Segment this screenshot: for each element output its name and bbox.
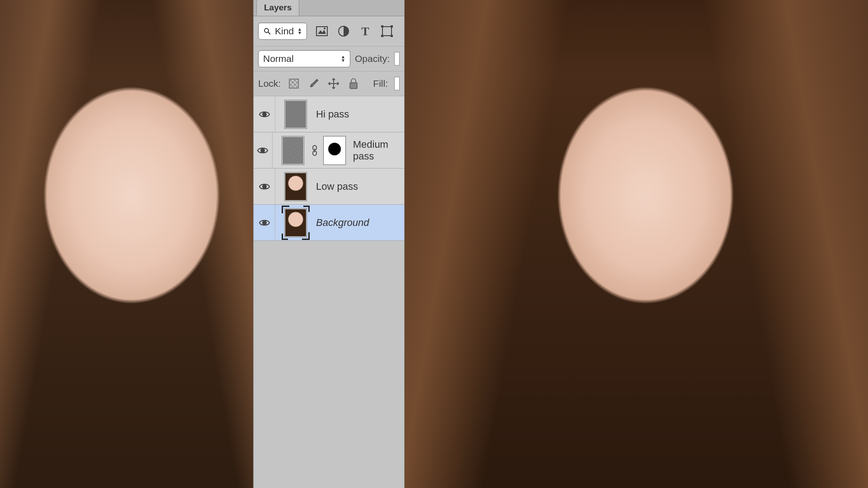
document-after-image [405,0,868,488]
visibility-toggle[interactable] [254,96,275,132]
panel-tabbar: Layers [254,0,404,16]
svg-rect-20 [296,86,298,88]
svg-rect-11 [391,35,393,37]
layer-name[interactable]: Medium pass [353,139,404,162]
blend-row: Normal ▲▼ Opacity: [254,47,404,71]
layer-row-medium-pass[interactable]: Medium pass [254,132,404,169]
filter-adjustment-layers-icon[interactable] [337,24,350,38]
blend-mode-dropdown[interactable]: Normal ▲▼ [258,50,350,67]
thumbnail-image [284,172,307,201]
layer-thumbnails [273,134,353,167]
svg-rect-14 [294,79,296,81]
svg-rect-7 [382,27,392,36]
layer-name[interactable]: Low pass [316,181,358,192]
thumbnail-image [284,100,307,129]
svg-rect-9 [391,25,393,28]
fill-field[interactable] [394,77,400,90]
filter-kind-dropdown[interactable]: Kind ▲▼ [258,23,307,40]
layer-name[interactable]: Hi pass [316,108,349,120]
dropdown-arrows-icon: ▲▼ [297,28,302,35]
svg-rect-19 [292,86,294,88]
layer-thumbnail[interactable] [283,206,309,239]
tab-layers[interactable]: Layers [256,0,299,16]
eye-icon [259,182,270,191]
layer-thumbnails [275,98,316,131]
layer-thumbnails [275,170,316,203]
blend-mode-value: Normal [263,53,294,64]
lock-transparency-icon[interactable] [287,77,301,90]
portrait-render [0,0,253,488]
lock-all-icon[interactable] [347,77,360,90]
visibility-toggle[interactable] [254,205,275,240]
portrait-render [405,0,868,488]
svg-point-24 [263,113,266,116]
svg-point-0 [264,28,269,33]
layer-thumbnails [275,206,316,239]
thumbnail-image [282,136,304,165]
svg-text:T: T [361,25,369,37]
visibility-toggle[interactable] [254,132,273,168]
svg-point-29 [263,185,266,188]
dropdown-arrows-icon: ▲▼ [341,55,345,62]
filter-kind-value: Kind [275,26,294,37]
svg-point-30 [263,221,266,225]
lock-row: Lock: Fill: [254,71,404,96]
layer-mask-link-icon[interactable] [311,145,319,156]
visibility-toggle[interactable] [254,169,275,204]
opacity-label: Opacity: [355,53,390,64]
layer-thumbnail[interactable] [283,98,309,131]
svg-point-25 [261,149,264,152]
svg-rect-18 [294,84,296,86]
svg-rect-23 [350,83,357,89]
layers-panel: Layers Kind ▲▼ T Normal ▲▼ Opacity: [253,0,405,488]
eye-icon [259,218,270,227]
layer-row-low-pass[interactable]: Low pass [254,169,404,205]
filter-shape-layers-icon[interactable] [380,24,394,38]
svg-rect-8 [381,25,383,28]
eye-icon [257,146,269,155]
lock-pixels-brush-icon[interactable] [307,77,321,90]
opacity-field[interactable] [394,52,400,66]
fill-label: Fill: [373,78,388,89]
layer-thumbnail[interactable] [283,170,309,203]
svg-rect-2 [316,27,327,36]
document-before-image [0,0,253,488]
lock-position-move-icon[interactable] [327,77,340,90]
svg-rect-17 [289,84,292,86]
svg-point-4 [324,28,326,29]
filter-pixel-layers-icon[interactable] [315,24,329,38]
svg-rect-10 [381,35,383,37]
svg-rect-16 [296,81,298,84]
filter-type-layers-icon[interactable]: T [359,24,372,38]
layer-filter-row: Kind ▲▼ T [254,16,404,47]
svg-marker-3 [318,30,326,34]
layer-row-background[interactable]: Background [254,205,404,241]
layer-mask-thumbnail[interactable] [323,136,346,165]
svg-line-1 [268,32,270,34]
svg-rect-13 [289,79,292,81]
thumbnail-image [284,208,307,237]
layer-thumbnail[interactable] [280,134,306,167]
layer-list: Hi passMedium passLow passBackground [254,96,404,488]
layer-name[interactable]: Background [316,217,369,229]
svg-rect-15 [292,81,294,84]
lock-label: Lock: [258,78,281,89]
search-icon [263,27,271,35]
eye-icon [259,110,270,119]
layer-row-hi-pass[interactable]: Hi pass [254,96,404,132]
